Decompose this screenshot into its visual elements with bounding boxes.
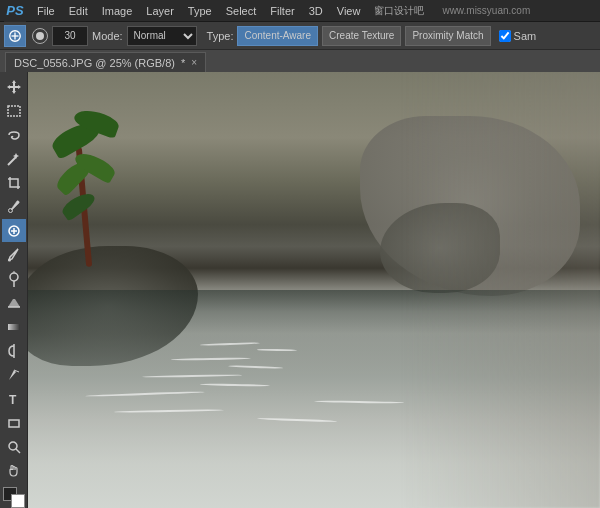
ripple-6	[200, 383, 270, 386]
menu-filter[interactable]: Filter	[263, 0, 301, 22]
ps-logo: PS	[4, 0, 26, 22]
plant	[46, 107, 126, 267]
gradient-tool[interactable]	[2, 315, 26, 338]
menu-edit[interactable]: Edit	[62, 0, 95, 22]
document-tab[interactable]: DSC_0556.JPG @ 25% (RGB/8) * ×	[5, 52, 206, 72]
ripple-1	[200, 341, 260, 345]
sample-checkbox[interactable]	[499, 30, 511, 42]
ripple-5	[142, 374, 242, 378]
healing-brush-tool[interactable]	[2, 219, 26, 242]
pen-tool[interactable]	[2, 364, 26, 387]
magic-wand-tool[interactable]	[2, 147, 26, 170]
svg-line-20	[16, 449, 20, 453]
svg-line-4	[8, 157, 16, 165]
menu-bar: PS File Edit Image Layer Type Select Fil…	[0, 0, 600, 22]
dodge-tool[interactable]	[2, 340, 26, 363]
sample-check-container: Sam	[499, 30, 537, 42]
options-bar: Mode: Normal Replace Multiply Screen Typ…	[0, 22, 600, 50]
canvas-area[interactable]	[28, 72, 600, 508]
toolbox: T	[0, 72, 28, 508]
blur-overlay-right	[400, 72, 600, 508]
document-title: DSC_0556.JPG @ 25% (RGB/8)	[14, 57, 175, 69]
menu-view[interactable]: View	[330, 0, 368, 22]
ripple-8	[314, 401, 404, 405]
content-aware-button[interactable]: Content-Aware	[237, 26, 318, 46]
ripple-7	[85, 391, 205, 397]
menu-file[interactable]: File	[30, 0, 62, 22]
hand-tool[interactable]	[2, 460, 26, 483]
lasso-tool[interactable]	[2, 123, 26, 146]
svg-rect-14	[8, 324, 20, 330]
document-modified: *	[181, 57, 185, 69]
shape-tool[interactable]	[2, 412, 26, 435]
crop-tool[interactable]	[2, 171, 26, 194]
menu-window[interactable]: 窗口设计吧	[367, 0, 431, 22]
move-tool[interactable]	[2, 75, 26, 98]
menu-type[interactable]: Type	[181, 0, 219, 22]
background-color[interactable]	[11, 494, 25, 508]
marquee-rect-tool[interactable]	[2, 99, 26, 122]
svg-rect-18	[9, 420, 19, 427]
ripple-10	[257, 417, 337, 422]
menu-layer[interactable]: Layer	[139, 0, 181, 22]
heal-tool-icon[interactable]	[4, 25, 26, 47]
create-texture-button[interactable]: Create Texture	[322, 26, 401, 46]
svg-point-9	[8, 258, 11, 261]
menu-3d[interactable]: 3D	[302, 0, 330, 22]
ripple-4	[228, 366, 283, 370]
clone-stamp-tool[interactable]	[2, 267, 26, 290]
menu-select[interactable]: Select	[219, 0, 264, 22]
svg-text:T: T	[9, 393, 17, 407]
sample-label: Sam	[514, 30, 537, 42]
ripple-2	[257, 349, 297, 352]
brush-tool[interactable]	[2, 243, 26, 266]
proximity-match-button[interactable]: Proximity Match	[405, 26, 490, 46]
scene-background	[28, 72, 600, 508]
svg-point-10	[10, 273, 18, 281]
color-swatches[interactable]	[3, 487, 25, 508]
type-label: Type:	[207, 30, 234, 42]
photo-background	[28, 72, 600, 508]
menu-website: www.missyuan.com	[435, 0, 537, 22]
zoom-tool[interactable]	[2, 436, 26, 459]
ripple-9	[114, 409, 224, 413]
eraser-tool[interactable]	[2, 291, 26, 314]
mode-label: Mode:	[92, 30, 123, 42]
mode-select[interactable]: Normal Replace Multiply Screen	[127, 26, 197, 46]
ripple-3	[171, 357, 251, 360]
tab-close-button[interactable]: ×	[191, 57, 197, 68]
tab-bar: DSC_0556.JPG @ 25% (RGB/8) * ×	[0, 50, 600, 72]
svg-point-19	[9, 442, 17, 450]
main-area: T	[0, 72, 600, 508]
svg-rect-3	[8, 106, 20, 116]
menu-image[interactable]: Image	[95, 0, 140, 22]
brush-size-input[interactable]	[52, 26, 88, 46]
brush-size-icon	[32, 28, 48, 44]
text-tool[interactable]: T	[2, 388, 26, 411]
eyedropper-tool[interactable]	[2, 195, 26, 218]
